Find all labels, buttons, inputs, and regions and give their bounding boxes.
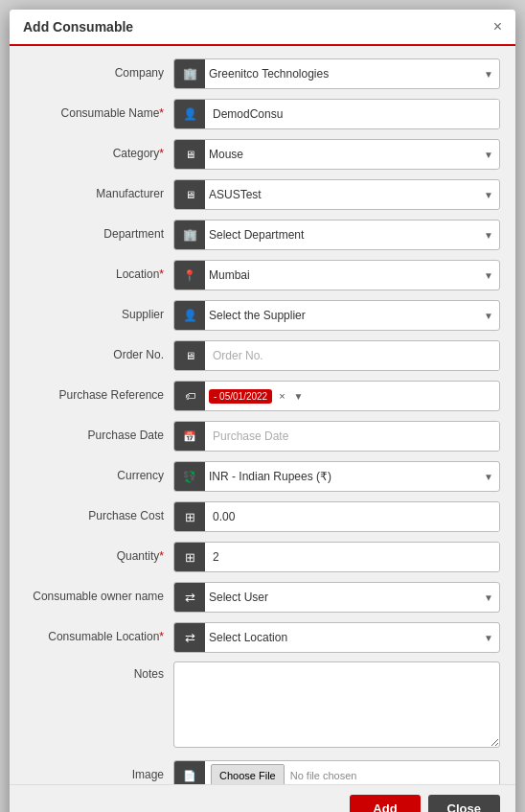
company-input-wrapper: Greenitco Technologies ▼ bbox=[173, 58, 500, 89]
consumable-location-dropdown-icon: ▼ bbox=[478, 633, 499, 643]
purchase-reference-remove[interactable]: × bbox=[276, 390, 287, 402]
purchase-date-icon bbox=[174, 422, 205, 451]
order-no-input[interactable] bbox=[205, 341, 499, 370]
company-dropdown-icon: ▼ bbox=[478, 69, 499, 80]
purchase-cost-label: Purchase Cost bbox=[25, 509, 173, 524]
currency-input-wrapper: INR - Indian Rupees (₹) ▼ bbox=[173, 461, 500, 492]
image-input-wrapper: Choose File No file chosen bbox=[173, 760, 500, 784]
order-no-input-wrapper bbox=[173, 340, 500, 371]
notes-label: Notes bbox=[25, 661, 173, 683]
close-button[interactable]: Close bbox=[428, 795, 500, 812]
consumable-owner-select[interactable]: Select User bbox=[205, 583, 478, 612]
purchase-date-input[interactable] bbox=[205, 422, 499, 451]
choose-file-button[interactable]: Choose File bbox=[211, 764, 285, 784]
purchase-reference-icon bbox=[174, 382, 205, 410]
department-icon bbox=[174, 220, 205, 249]
quantity-input-wrapper bbox=[173, 542, 500, 572]
order-no-label: Order No. bbox=[25, 348, 173, 363]
category-dropdown-icon: ▼ bbox=[478, 150, 499, 160]
no-file-text: No file chosen bbox=[290, 770, 357, 781]
notes-row: Notes bbox=[25, 661, 500, 752]
order-no-row: Order No. bbox=[25, 339, 500, 372]
manufacturer-row: Manufacturer ASUSTest ▼ bbox=[25, 178, 500, 211]
currency-label: Currency bbox=[25, 469, 173, 484]
notes-textarea[interactable] bbox=[173, 661, 500, 748]
department-dropdown-icon: ▼ bbox=[478, 230, 499, 241]
quantity-icon bbox=[174, 543, 205, 571]
consumable-name-input[interactable] bbox=[205, 100, 499, 128]
location-row: Location* Mumbai ▼ bbox=[25, 259, 500, 291]
add-consumable-modal: Add Consumable × Company Greenitco Techn… bbox=[10, 10, 515, 812]
supplier-icon bbox=[174, 301, 205, 330]
order-no-icon bbox=[174, 341, 205, 370]
purchase-date-label: Purchase Date bbox=[25, 429, 173, 444]
location-dropdown-icon: ▼ bbox=[478, 270, 499, 281]
category-label: Category* bbox=[25, 147, 173, 162]
category-input-wrapper: Mouse ▼ bbox=[173, 139, 500, 170]
purchase-reference-dropdown-icon: ▼ bbox=[288, 391, 309, 402]
currency-icon bbox=[174, 462, 205, 491]
department-row: Department Select Department ▼ bbox=[25, 219, 500, 251]
consumable-name-icon bbox=[174, 100, 205, 128]
location-select[interactable]: Mumbai bbox=[205, 261, 478, 290]
consumable-owner-dropdown-icon: ▼ bbox=[478, 592, 499, 603]
department-select[interactable]: Select Department bbox=[205, 220, 478, 249]
purchase-cost-row: Purchase Cost bbox=[25, 500, 500, 533]
quantity-label: Quantity* bbox=[25, 549, 173, 565]
consumable-owner-input-wrapper: Select User ▼ bbox=[173, 582, 500, 613]
image-icon bbox=[174, 761, 205, 784]
image-row: Image Choose File No file chosen bbox=[25, 759, 500, 784]
add-button[interactable]: Add bbox=[350, 795, 420, 812]
purchase-reference-tag: - 05/01/2022 bbox=[209, 389, 272, 404]
purchase-cost-input[interactable] bbox=[205, 502, 499, 531]
category-row: Category* Mouse ▼ bbox=[25, 138, 500, 171]
manufacturer-input-wrapper: ASUSTest ▼ bbox=[173, 179, 500, 210]
purchase-reference-row: Purchase Reference - 05/01/2022 × ▼ bbox=[25, 380, 500, 412]
supplier-select[interactable]: Select the Supplier bbox=[205, 301, 478, 330]
supplier-row: Supplier Select the Supplier ▼ bbox=[25, 299, 500, 332]
currency-dropdown-icon: ▼ bbox=[478, 472, 499, 482]
purchase-date-row: Purchase Date bbox=[25, 420, 500, 452]
purchase-cost-input-wrapper bbox=[173, 501, 500, 532]
consumable-owner-label: Consumable owner name bbox=[25, 590, 173, 605]
purchase-reference-label: Purchase Reference bbox=[25, 388, 173, 404]
currency-row: Currency INR - Indian Rupees (₹) ▼ bbox=[25, 460, 500, 493]
consumable-location-row: Consumable Location* Select Location ▼ bbox=[25, 621, 500, 654]
purchase-cost-icon bbox=[174, 502, 205, 531]
location-label: Location* bbox=[25, 267, 173, 283]
modal-title: Add Consumable bbox=[23, 19, 133, 35]
modal-close-button[interactable]: × bbox=[493, 19, 502, 35]
manufacturer-dropdown-icon: ▼ bbox=[478, 190, 499, 200]
consumable-location-input-wrapper: Select Location ▼ bbox=[173, 622, 500, 653]
consumable-name-input-wrapper bbox=[173, 99, 500, 129]
company-select[interactable]: Greenitco Technologies bbox=[205, 59, 478, 88]
consumable-owner-icon bbox=[174, 583, 205, 612]
consumable-location-icon bbox=[174, 623, 205, 652]
quantity-input[interactable] bbox=[205, 543, 499, 571]
supplier-dropdown-icon: ▼ bbox=[478, 311, 499, 321]
manufacturer-icon bbox=[174, 180, 205, 209]
purchase-reference-input-wrapper: - 05/01/2022 × ▼ bbox=[173, 381, 500, 411]
category-icon bbox=[174, 140, 205, 169]
consumable-name-label: Consumable Name* bbox=[25, 106, 173, 122]
consumable-location-select[interactable]: Select Location bbox=[205, 623, 478, 652]
modal-header: Add Consumable × bbox=[10, 10, 515, 46]
supplier-input-wrapper: Select the Supplier ▼ bbox=[173, 300, 500, 331]
image-label: Image bbox=[25, 768, 173, 783]
currency-select[interactable]: INR - Indian Rupees (₹) bbox=[205, 462, 478, 491]
purchase-date-input-wrapper bbox=[173, 421, 500, 452]
consumable-owner-row: Consumable owner name Select User ▼ bbox=[25, 581, 500, 614]
company-icon bbox=[174, 59, 205, 88]
manufacturer-select[interactable]: ASUSTest bbox=[205, 180, 478, 209]
manufacturer-label: Manufacturer bbox=[25, 187, 173, 202]
location-icon bbox=[174, 261, 205, 290]
department-input-wrapper: Select Department ▼ bbox=[173, 220, 500, 250]
location-input-wrapper: Mumbai ▼ bbox=[173, 260, 500, 290]
category-select[interactable]: Mouse bbox=[205, 140, 478, 169]
modal-body: Company Greenitco Technologies ▼ Consuma… bbox=[10, 46, 515, 784]
quantity-row: Quantity* bbox=[25, 541, 500, 573]
modal-footer: Add Close bbox=[10, 784, 515, 812]
consumable-location-label: Consumable Location* bbox=[25, 630, 173, 645]
consumable-name-row: Consumable Name* bbox=[25, 98, 500, 130]
supplier-label: Supplier bbox=[25, 308, 173, 323]
